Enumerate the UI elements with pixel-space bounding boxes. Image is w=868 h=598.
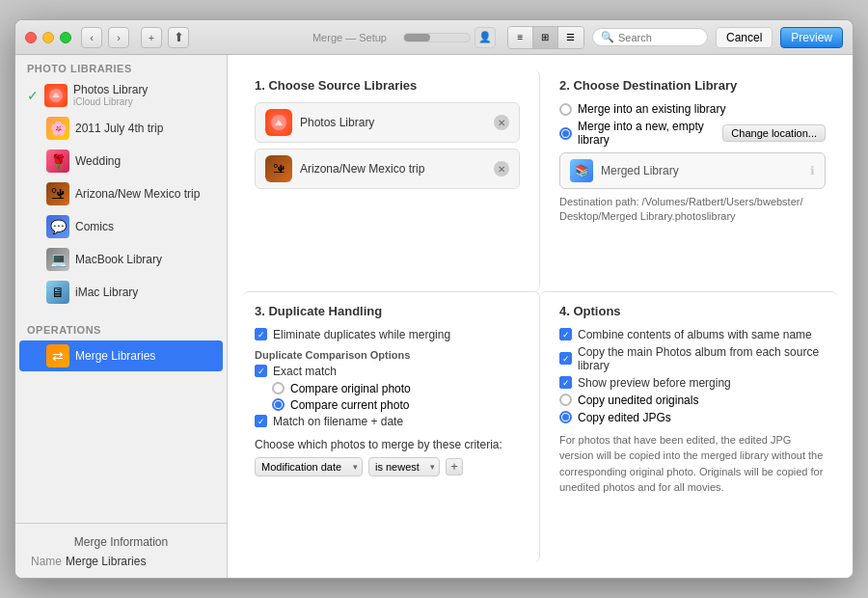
sidebar-item-photos-library[interactable]: ✓ Photos Library iCloud Library: [19, 79, 223, 111]
step4-section: 4. Options Combine contents of albums wi…: [540, 291, 837, 562]
show-preview-option[interactable]: Show preview before merging: [559, 376, 826, 390]
sidebar-item-merge[interactable]: ⇄ Merge Libraries: [19, 340, 223, 371]
sidebar-item-wedding[interactable]: 🌹 Wedding: [19, 146, 223, 177]
criteria-newest-select[interactable]: is newest: [368, 457, 440, 476]
view-more-button[interactable]: ☰: [558, 27, 583, 48]
checkmark-icon: ✓: [27, 88, 39, 103]
macbook-label: MacBook Library: [75, 253, 162, 266]
minimize-button[interactable]: [42, 32, 54, 43]
comparison-title: Duplicate Comparison Options: [255, 349, 520, 361]
criteria-row: Modification date is newest +: [255, 457, 520, 476]
sidebar-item-imac[interactable]: 🖥 iMac Library: [19, 277, 223, 308]
compare-current-radio: [272, 398, 285, 411]
comics-label: Comics: [75, 220, 114, 233]
step3-title: 3. Duplicate Handling: [255, 304, 520, 318]
eliminate-duplicates[interactable]: Eliminate duplicates while merging: [255, 328, 520, 341]
view-grid-button[interactable]: ⊞: [533, 27, 558, 48]
eliminate-label: Eliminate duplicates while merging: [273, 328, 450, 341]
step2-title: 2. Choose Destination Library: [559, 78, 826, 93]
match-filename-option[interactable]: Match on filename + date: [255, 415, 520, 428]
copy-main-option[interactable]: Copy the main Photos album from each sou…: [559, 345, 826, 372]
wedding-icon: 🌹: [46, 150, 69, 173]
step2-section: 2. Choose Destination Library Merge into…: [540, 70, 837, 291]
wedding-label: Wedding: [75, 154, 121, 168]
name-label-text: Name: [31, 555, 62, 568]
forward-button[interactable]: ›: [108, 27, 129, 48]
compare-current-option[interactable]: Compare current photo: [272, 398, 520, 412]
eliminate-checkbox[interactable]: [255, 328, 267, 340]
source2-remove[interactable]: ✕: [494, 161, 509, 177]
source1-remove[interactable]: ✕: [494, 115, 509, 130]
show-preview-checkbox[interactable]: [559, 376, 572, 389]
add-button[interactable]: +: [141, 27, 162, 48]
merge-info-button[interactable]: Merge Information: [23, 531, 219, 553]
add-criteria-button[interactable]: +: [446, 458, 463, 476]
match-filename-label: Match on filename + date: [273, 415, 403, 428]
combine-albums-checkbox[interactable]: [559, 328, 572, 340]
view-list-button[interactable]: ≡: [508, 27, 533, 48]
source2-icon: 🏜: [265, 155, 292, 182]
search-input[interactable]: [618, 32, 705, 43]
copy-unedited-label: Copy unedited originals: [578, 394, 698, 407]
copy-main-label: Copy the main Photos album from each sou…: [578, 345, 826, 372]
show-preview-label: Show preview before merging: [578, 376, 731, 390]
name-value: Merge Libraries: [66, 555, 146, 568]
back-button[interactable]: ‹: [81, 27, 102, 48]
titlebar-right: 👤 ≡ ⊞ ☰ 🔍 Cancel Preview: [403, 26, 843, 49]
name-row: Name Merge Libraries: [23, 553, 219, 570]
share-button[interactable]: ⬆: [168, 27, 189, 48]
compare-current-label: Compare current photo: [290, 398, 409, 412]
combine-albums-option[interactable]: Combine contents of albums with same nam…: [559, 328, 826, 341]
dest-info-icon: ℹ: [810, 164, 815, 177]
main-panel: 1. Choose Source Libraries Photos Librar…: [228, 55, 853, 578]
exact-match-label: Exact match: [273, 365, 337, 378]
sidebar-item-arizona[interactable]: 🏜 Arizona/New Mexico trip: [19, 178, 223, 209]
titlebar: ‹ › + ⬆ Merge — Setup 👤 ≡ ⊞ ☰ 🔍: [15, 20, 853, 55]
photos-library-icon: [44, 84, 68, 107]
dest-lib-label: Merged Library: [601, 164, 802, 177]
match-filename-checkbox[interactable]: [255, 415, 267, 427]
copy-edited-option[interactable]: Copy edited JPGs: [559, 411, 826, 424]
exact-match-checkbox[interactable]: [255, 365, 267, 377]
criteria-select-wrapper: Modification date: [255, 457, 363, 476]
source-library-2: 🏜 Arizona/New Mexico trip ✕: [255, 149, 520, 189]
dest-new-label: Merge into a new, empty library: [578, 120, 717, 147]
imac-label: iMac Library: [75, 285, 138, 299]
maximize-button[interactable]: [60, 32, 71, 43]
dest-radio-existing[interactable]: Merge into an existing library: [559, 102, 826, 116]
macbook-icon: 💻: [46, 248, 69, 271]
cancel-button[interactable]: Cancel: [716, 27, 773, 48]
imac-icon: 🖥: [46, 281, 69, 304]
view-toggle: ≡ ⊞ ☰: [507, 26, 584, 49]
change-location-button[interactable]: Change location...: [722, 124, 826, 142]
compare-original-option[interactable]: Compare original photo: [272, 382, 520, 395]
sidebar-item-macbook[interactable]: 💻 MacBook Library: [19, 244, 223, 275]
photos-library-sublabel: iCloud Library: [73, 96, 148, 107]
preview-button[interactable]: Preview: [780, 27, 843, 48]
radio-existing: [559, 103, 572, 116]
close-button[interactable]: [25, 32, 37, 43]
july-label: 2011 July 4th trip: [75, 122, 163, 135]
dest-path: Destination path: /Volumes/Ratbert/Users…: [559, 195, 826, 225]
comics-icon: 💬: [46, 215, 69, 238]
traffic-lights: [25, 32, 71, 43]
sidebar-section-header: Photo Libraries: [15, 55, 227, 78]
sidebar-item-2011-july[interactable]: 🌸 2011 July 4th trip: [19, 113, 223, 144]
july-icon: 🌸: [46, 117, 69, 140]
window-subtitle: Merge — Setup: [312, 32, 387, 43]
dest-radio-new[interactable]: Merge into a new, empty library Change l…: [559, 120, 826, 147]
exact-match-option[interactable]: Exact match: [255, 365, 520, 378]
source1-label: Photos Library: [300, 116, 486, 129]
source-library-1: Photos Library ✕: [255, 102, 520, 143]
copy-main-checkbox[interactable]: [559, 352, 572, 365]
sidebar-bottom: Merge Information Name Merge Libraries: [15, 523, 227, 578]
main-window: ‹ › + ⬆ Merge — Setup 👤 ≡ ⊞ ☰ 🔍: [14, 19, 854, 579]
criteria-newest-wrapper: is newest: [368, 457, 440, 476]
copy-unedited-option[interactable]: Copy unedited originals: [559, 394, 826, 407]
copy-edited-radio: [559, 411, 572, 423]
criteria-date-select[interactable]: Modification date: [255, 457, 363, 476]
nav-controls: ‹ ›: [81, 27, 129, 48]
sidebar-item-comics[interactable]: 💬 Comics: [19, 211, 223, 242]
merge-label: Merge Libraries: [75, 349, 155, 363]
operations-header: Operations: [15, 316, 227, 340]
